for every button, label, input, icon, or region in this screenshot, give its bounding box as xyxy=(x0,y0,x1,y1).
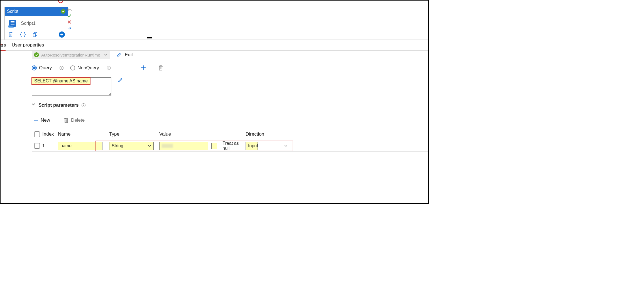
col-name: Name xyxy=(58,131,109,137)
new-label: New xyxy=(41,117,50,123)
treat-as-null-checkbox[interactable] xyxy=(211,143,217,149)
activity-node[interactable]: Script Script1 xyxy=(4,7,68,40)
redacted-value xyxy=(162,144,173,148)
activity-name: Script1 xyxy=(21,21,36,26)
col-type: Type xyxy=(109,131,159,137)
arrow-right-icon xyxy=(67,26,72,31)
tab-user-properties[interactable]: User properties xyxy=(11,40,45,51)
x-icon xyxy=(67,19,72,25)
delete-label: Delete xyxy=(71,117,85,123)
parameters-table: Index Name Type Value Direction 1 name S… xyxy=(32,128,428,152)
top-red-arc xyxy=(58,0,63,3)
table-header-row: Index Name Type Value Direction xyxy=(32,128,428,140)
arrow-right-circle-icon[interactable] xyxy=(59,31,65,38)
edit-button[interactable]: Edit xyxy=(116,52,133,58)
braces-icon[interactable] xyxy=(20,31,26,38)
chevron-down-icon xyxy=(148,145,151,147)
select-all-checkbox[interactable] xyxy=(34,131,40,137)
delete-button[interactable]: Delete xyxy=(64,117,85,123)
plus-icon[interactable] xyxy=(141,65,146,71)
param-direction-value: Input xyxy=(246,142,258,150)
param-name-input[interactable]: name xyxy=(58,142,102,150)
chevron-down-icon xyxy=(104,54,107,56)
radio-nonquery-label: NonQuery xyxy=(77,65,99,71)
row-checkbox[interactable] xyxy=(34,143,40,149)
integration-runtime-select[interactable]: AutoResolveIntegrationRuntime xyxy=(32,51,110,59)
table-row: 1 name String Treat as null Input xyxy=(32,140,428,152)
radio-query[interactable] xyxy=(32,65,37,70)
toolbar-separator xyxy=(57,116,57,124)
param-direction-select[interactable] xyxy=(260,142,290,150)
info-icon[interactable]: i xyxy=(82,103,85,107)
tab-settings-cut[interactable]: gs* xyxy=(1,40,6,51)
activity-type-label: Script xyxy=(7,9,18,14)
activity-node-header[interactable]: Script xyxy=(5,7,68,16)
undo-icon[interactable] xyxy=(67,7,72,12)
query-textarea[interactable]: SELECT @name AS name xyxy=(32,77,111,96)
script-parameters-toggle[interactable]: Script parameters i xyxy=(32,102,428,108)
chevron-down-icon xyxy=(284,145,288,147)
copy-icon[interactable] xyxy=(32,31,38,38)
info-icon[interactable]: i xyxy=(107,66,111,70)
col-value: Value xyxy=(159,131,246,137)
treat-as-null-label: Treat as null xyxy=(223,141,246,151)
query-prefix: SELECT @name AS xyxy=(34,79,77,83)
new-button[interactable]: New xyxy=(33,117,50,123)
param-value-input[interactable] xyxy=(159,142,208,150)
radio-query-label: Query xyxy=(39,65,52,71)
check-circle-icon xyxy=(61,9,65,14)
radio-nonquery[interactable] xyxy=(70,65,75,70)
check-icon xyxy=(67,13,72,18)
query-text-highlight: SELECT @name AS name xyxy=(31,77,90,85)
edit-label: Edit xyxy=(125,52,133,58)
integration-runtime-value: AutoResolveIntegrationRuntime xyxy=(41,53,100,57)
col-index: Index xyxy=(42,131,58,137)
trash-icon[interactable] xyxy=(158,65,163,71)
col-direction: Direction xyxy=(246,131,290,137)
edit-icon[interactable] xyxy=(118,77,123,82)
chevron-down-icon xyxy=(32,103,36,107)
details-tabs: gs* User properties xyxy=(1,40,428,51)
panel-resize-handle[interactable] xyxy=(147,37,152,38)
trash-icon[interactable] xyxy=(8,31,14,38)
resize-handle[interactable] xyxy=(108,92,111,95)
query-name-underlined: name xyxy=(77,79,88,83)
script-parameters-label: Script parameters xyxy=(38,102,79,108)
cell-index: 1 xyxy=(42,143,58,148)
param-type-select[interactable]: String xyxy=(109,142,154,150)
script-icon xyxy=(8,19,17,28)
check-circle-icon xyxy=(34,52,39,57)
info-icon[interactable]: i xyxy=(60,66,63,70)
